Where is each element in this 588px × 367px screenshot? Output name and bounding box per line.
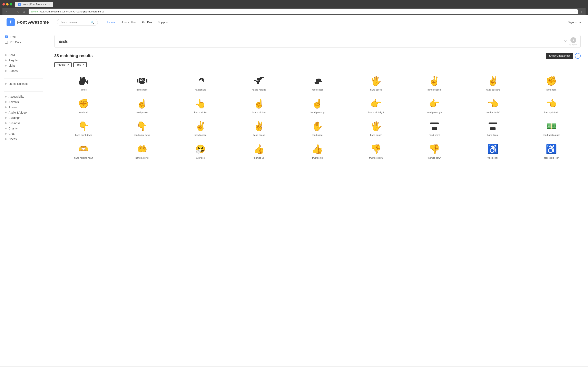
clear-search-button[interactable]: ✕: [564, 39, 567, 44]
thumbs-up-2-icon-label: thumbs-up: [312, 157, 323, 159]
header-search-input[interactable]: [61, 21, 89, 24]
icon-item-hand-point-right-1[interactable]: 👉 hand-point-right: [347, 94, 405, 117]
icon-item-hand-holding-usd[interactable]: 💵 hand-holding-usd: [522, 117, 581, 139]
icon-item-hand-peace-1[interactable]: ✌️ hand-peace: [171, 117, 230, 139]
icon-item-hand-spock-2[interactable]: 🖐 hand-spock: [347, 71, 405, 94]
icon-item-hand-lizard-1[interactable]: hand-lizard: [405, 117, 464, 139]
icon-item-handshake-1[interactable]: handshake: [113, 71, 171, 94]
browser-tab[interactable]: f Icons | Font Awesome ✕: [15, 2, 53, 7]
icon-item-hand-pointer-1[interactable]: ☝ hand-pointer: [113, 94, 171, 117]
maximize-window-button[interactable]: [10, 3, 12, 6]
sign-in-button[interactable]: Sign In →: [568, 20, 581, 24]
icon-item-thumbs-down-2[interactable]: 👎 thumbs-down: [405, 140, 464, 162]
logo-area[interactable]: f Font Awesome: [7, 18, 49, 26]
icon-item-thumbs-down-1[interactable]: 👎 thumbs-down: [347, 140, 405, 162]
icon-item-hand-point-up-1[interactable]: ☝ hand-point-up: [230, 94, 288, 117]
close-window-button[interactable]: [2, 3, 5, 6]
sidebar-item-light[interactable]: Light: [4, 63, 43, 68]
icon-item-hand-point-left-2[interactable]: 👈 hand-point-left: [522, 94, 581, 117]
icon-item-hand-scissors-1[interactable]: ✌️ hand-scissors: [405, 71, 464, 94]
sidebar-item-brands[interactable]: Brands: [4, 68, 43, 74]
icon-item-hand-paper-1[interactable]: ✋ hand-paper: [288, 117, 347, 139]
hand-rock-1-icon-label: hand-rock: [546, 89, 556, 91]
info-button[interactable]: i: [575, 53, 581, 59]
tab-close-button[interactable]: ✕: [48, 3, 50, 6]
sidebar-item-regular[interactable]: Regular: [4, 58, 43, 63]
filter-tag-hands-remove[interactable]: ✕: [67, 63, 69, 66]
refresh-button[interactable]: ↻: [16, 9, 20, 14]
icon-item-hand-point-down-1[interactable]: 👇 hand-point-down: [54, 117, 113, 139]
icon-item-hand-scissors-2[interactable]: ✌ hand-scissors: [464, 71, 522, 94]
nav-go-pro[interactable]: Go Pro: [142, 20, 152, 24]
icon-item-hand-point-down-2[interactable]: 👇 hand-point-down: [113, 117, 171, 139]
sidebar-item-business[interactable]: Business: [4, 120, 43, 126]
icon-item-hand-rock-1[interactable]: ✊ hand-rock: [522, 71, 581, 94]
forward-button[interactable]: →: [11, 9, 15, 14]
browser-menu-button[interactable]: ⋮: [580, 10, 583, 13]
charity-bullet: [5, 128, 7, 129]
icon-item-hand-point-left-1[interactable]: 👈 hand-point-left: [464, 94, 522, 117]
back-button[interactable]: ←: [5, 9, 9, 14]
icon-item-wheelchair[interactable]: ♿ wheelchair: [464, 140, 522, 162]
hand-holding-usd-icon-label: hand-holding-usd: [543, 134, 560, 136]
icon-item-hand-pointer-2[interactable]: 👆 hand-pointer: [171, 94, 230, 117]
filter-tag-hands[interactable]: "hands" ✕: [54, 62, 72, 67]
show-cheatsheet-button[interactable]: Show Cheatsheet: [546, 53, 573, 59]
icon-item-hand-paper-2[interactable]: 🖐 hand-paper: [347, 117, 405, 139]
hand-point-left-1-icon-label: hand-point-left: [486, 111, 500, 114]
icon-item-hand-holding-heart[interactable]: 🫶 hand-holding-heart: [54, 140, 113, 162]
icon-item-hand-peace-2[interactable]: ✌ hand-peace: [230, 117, 288, 139]
icon-item-accessible-icon[interactable]: ♿ accessible-icon: [522, 140, 581, 162]
header-search-box[interactable]: 🔍: [57, 19, 98, 26]
home-button[interactable]: ⌂: [22, 9, 26, 14]
hand-rock-2-icon-label: hand-rock: [79, 111, 89, 114]
icon-search-input[interactable]: [58, 39, 564, 44]
sign-in-label: Sign In: [568, 20, 577, 24]
icon-item-thumbs-up-1[interactable]: 👍 thumbs-up: [230, 140, 288, 162]
nav-icons[interactable]: Icons: [107, 20, 115, 24]
filter-tag-free[interactable]: Free ✕: [73, 62, 87, 67]
sidebar-item-solid[interactable]: Solid: [4, 52, 43, 58]
hand-lizard-1-icon-label: hand-lizard: [429, 134, 440, 136]
icon-item-hands-helping[interactable]: hands-helping: [230, 71, 288, 94]
icon-item-handshake-2[interactable]: handshake: [171, 71, 230, 94]
icon-item-hand-spock-1[interactable]: hand-spock: [288, 71, 347, 94]
filter-tag-free-remove[interactable]: ✕: [82, 63, 84, 66]
sidebar-item-arrows[interactable]: Arrows: [4, 105, 43, 110]
sidebar-item-free[interactable]: Free: [4, 34, 43, 40]
icon-item-hands[interactable]: hands: [54, 71, 113, 94]
icon-item-allergies[interactable]: 🤧 allergies: [171, 140, 230, 162]
hand-point-up-1-icon-glyph: ☝: [253, 98, 265, 109]
icon-search-bar[interactable]: ✕ A by algolia: [54, 35, 581, 48]
pro-only-checkbox[interactable]: [5, 41, 8, 44]
hand-scissors-2-icon-label: hand-scissors: [486, 89, 500, 91]
sidebar-item-audio-video[interactable]: Audio & Video: [4, 110, 43, 115]
sidebar-item-chat[interactable]: Chat: [4, 131, 43, 136]
arrows-bullet: [5, 106, 7, 108]
icon-item-hand-lizard-2[interactable]: hand-lizard: [464, 117, 522, 139]
sidebar-item-buildings[interactable]: Buildings: [4, 115, 43, 120]
sidebar-item-charity[interactable]: Charity: [4, 126, 43, 131]
sidebar-item-accessibility[interactable]: Accessibility: [4, 94, 43, 99]
sidebar-item-animals[interactable]: Animals: [4, 99, 43, 105]
icon-item-thumbs-up-2[interactable]: 👍 thumbs-up: [288, 140, 347, 162]
sidebar-item-pro-only[interactable]: Pro Only: [4, 40, 43, 45]
nav-support[interactable]: Support: [158, 20, 168, 24]
address-bar[interactable]: Secure https://fontawesome.com/icons?d=g…: [29, 9, 578, 14]
hand-point-right-2-icon-glyph: 👉: [429, 98, 440, 109]
bookmark-icon[interactable]: ☆: [573, 10, 576, 13]
hand-holding-heart-icon-glyph: 🫶: [78, 143, 89, 155]
free-checkbox[interactable]: [5, 35, 8, 38]
main-nav: Icons How to Use Go Pro Support: [107, 20, 168, 24]
icon-item-hand-holding[interactable]: 🤲 hand-holding: [113, 140, 171, 162]
hand-paper-2-icon-label: hand-paper: [370, 134, 381, 136]
nav-how-to-use[interactable]: How to Use: [121, 20, 136, 24]
icon-item-hand-point-up-2[interactable]: ☝ hand-point-up: [288, 94, 347, 117]
sidebar-item-chess[interactable]: Chess: [4, 136, 43, 142]
icon-item-hand-rock-2[interactable]: ✊ hand-rock: [54, 94, 113, 117]
minimize-window-button[interactable]: [6, 3, 9, 6]
sidebar-item-latest-release[interactable]: Latest Release: [4, 81, 43, 86]
hand-spock-2-icon-glyph: 🖐: [370, 75, 381, 86]
icons-grid: hands handshake handshake: [54, 71, 581, 162]
icon-item-hand-point-right-2[interactable]: 👉 hand-point-right: [405, 94, 464, 117]
